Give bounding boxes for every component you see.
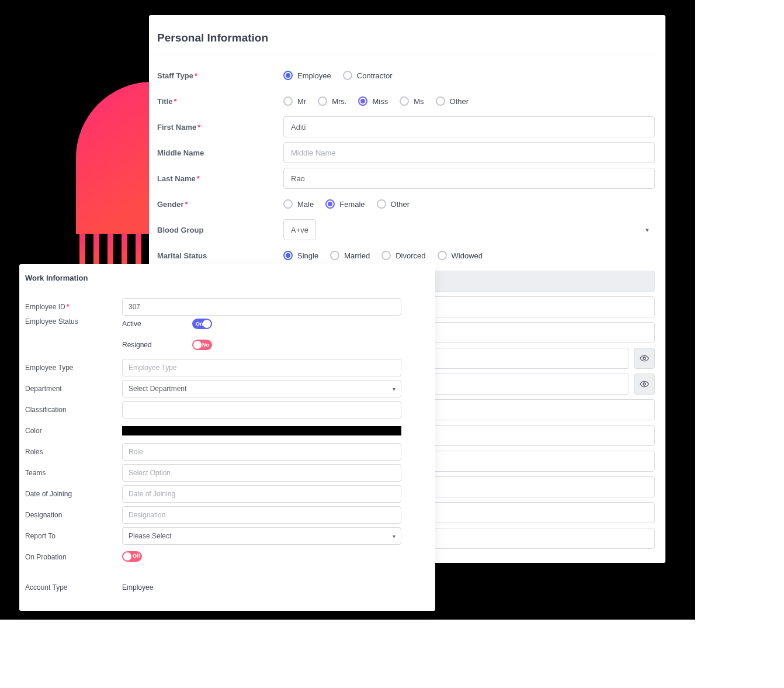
reveal-password-button-2[interactable] — [634, 374, 655, 395]
designation-label: Designation — [25, 511, 122, 519]
roles-label: Roles — [25, 448, 122, 456]
status-resigned-label: Resigned — [122, 341, 157, 349]
teams-label: Teams — [25, 469, 122, 477]
status-active-line: Active On — [122, 319, 401, 329]
employee-status-label: Employee Status — [25, 317, 122, 326]
marital-single-radio[interactable]: Single — [283, 251, 318, 260]
employee-type-input[interactable] — [122, 359, 401, 376]
last-name-row: Last Name* — [156, 165, 655, 191]
blood-group-label: Blood Group — [156, 226, 283, 234]
gender-other-radio[interactable]: Other — [377, 199, 410, 209]
doj-label: Date of Joining — [25, 490, 122, 498]
title-row: Title* Mr Mrs. Miss Ms Other — [156, 88, 655, 114]
employee-id-input[interactable] — [122, 298, 401, 316]
reveal-password-button-1[interactable] — [634, 348, 655, 369]
on-probation-row: On Probation Off — [25, 547, 401, 568]
middle-name-label: Middle Name — [156, 148, 283, 157]
last-name-input[interactable] — [283, 168, 655, 189]
marital-status-label: Marital Status — [156, 251, 283, 260]
blood-group-row: Blood Group A+ve — [156, 217, 655, 243]
account-type-value: Employee — [122, 583, 401, 592]
last-name-label: Last Name* — [156, 174, 283, 183]
marital-divorced-radio[interactable]: Divorced — [381, 251, 425, 260]
work-info-title: Work Information — [25, 274, 401, 288]
status-active-label: Active — [122, 320, 157, 328]
color-row: Color — [25, 420, 401, 441]
department-select[interactable]: Select Department — [122, 380, 401, 397]
employee-id-row: Employee ID* — [25, 296, 401, 317]
roles-input[interactable] — [122, 443, 401, 461]
first-name-label: First Name* — [156, 123, 283, 132]
report-to-row: Report To Please Select — [25, 525, 401, 547]
title-miss-radio[interactable]: Miss — [358, 96, 388, 106]
title-other-radio[interactable]: Other — [436, 96, 469, 106]
svg-point-0 — [643, 357, 646, 359]
blood-group-select[interactable]: A+ve — [283, 219, 316, 240]
color-swatch[interactable] — [122, 426, 401, 435]
on-probation-label: On Probation — [25, 553, 122, 561]
title-label: Title* — [156, 97, 283, 106]
classification-label: Classification — [25, 406, 122, 414]
gender-row: Gender* Male Female Other — [156, 191, 655, 217]
marital-married-radio[interactable]: Married — [330, 251, 370, 260]
blood-group-select-wrap: A+ve — [283, 219, 655, 240]
svg-point-1 — [643, 383, 646, 385]
marital-status-radio-group: Single Married Divorced Widowed — [283, 251, 483, 260]
color-label: Color — [25, 427, 122, 435]
staff-type-label: Staff Type* — [156, 71, 283, 80]
account-type-label: Account Type — [25, 583, 122, 592]
gender-female-radio[interactable]: Female — [325, 199, 365, 209]
title-mrs-radio[interactable]: Mrs. — [318, 96, 346, 106]
staff-type-radio-group: Employee Contractor — [283, 71, 393, 80]
designation-row: Designation — [25, 504, 401, 525]
classification-row: Classification — [25, 399, 401, 420]
eye-icon — [640, 379, 649, 389]
middle-name-row: Middle Name — [156, 140, 655, 165]
teams-input[interactable] — [122, 464, 401, 482]
middle-name-input[interactable] — [283, 142, 655, 163]
employee-status-row: Employee Status Active On Resigned No — [25, 317, 401, 357]
designation-input[interactable] — [122, 506, 401, 524]
doj-row: Date of Joining — [25, 483, 401, 504]
title-mr-radio[interactable]: Mr — [283, 96, 306, 106]
report-to-label: Report To — [25, 532, 122, 540]
staff-type-contractor-radio[interactable]: Contractor — [343, 71, 393, 80]
staff-type-row: Staff Type* Employee Contractor — [156, 63, 655, 88]
employee-id-label: Employee ID* — [25, 303, 122, 311]
classification-input[interactable] — [122, 401, 401, 419]
gender-label: Gender* — [156, 200, 283, 209]
status-active-toggle[interactable]: On — [192, 319, 212, 329]
employee-type-row: Employee Type — [25, 357, 401, 378]
status-resigned-toggle[interactable]: No — [192, 340, 212, 350]
department-label: Department — [25, 385, 122, 393]
work-info-panel: Work Information Employee ID* Employee S… — [19, 264, 435, 611]
title-ms-radio[interactable]: Ms — [400, 96, 424, 106]
on-probation-toggle[interactable]: Off — [122, 551, 142, 562]
gender-radio-group: Male Female Other — [283, 199, 410, 209]
personal-info-title: Personal Information — [156, 32, 655, 54]
first-name-row: First Name* — [156, 114, 655, 140]
status-resigned-line: Resigned No — [122, 340, 401, 350]
marital-widowed-radio[interactable]: Widowed — [438, 251, 483, 260]
decorative-blob — [76, 82, 152, 234]
doj-input[interactable] — [122, 485, 401, 503]
report-to-select[interactable]: Please Select — [122, 527, 401, 545]
department-row: Department Select Department — [25, 378, 401, 399]
gender-male-radio[interactable]: Male — [283, 199, 314, 209]
eye-icon — [640, 354, 649, 363]
staff-type-employee-radio[interactable]: Employee — [283, 71, 331, 80]
roles-row: Roles — [25, 441, 401, 462]
title-radio-group: Mr Mrs. Miss Ms Other — [283, 96, 469, 106]
employee-type-label: Employee Type — [25, 364, 122, 372]
account-type-row: Account Type Employee — [25, 577, 401, 598]
first-name-input[interactable] — [283, 116, 655, 137]
teams-row: Teams — [25, 462, 401, 483]
